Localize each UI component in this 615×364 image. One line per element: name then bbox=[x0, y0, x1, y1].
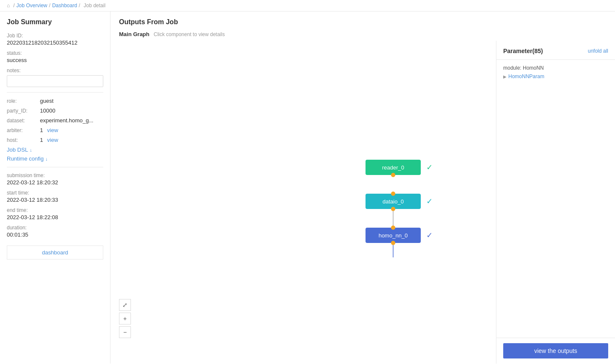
view-outputs-area: view the outputs bbox=[496, 338, 615, 364]
duration-value: 00:01:35 bbox=[7, 231, 103, 238]
submission-time-value: 2022-03-12 18:20:32 bbox=[7, 179, 103, 186]
param-header: Parameter(85) unfold all bbox=[496, 41, 615, 60]
download-icon-2: ↓ bbox=[45, 156, 48, 161]
homo-input-port bbox=[391, 226, 395, 230]
role-row: role: guest bbox=[7, 98, 103, 104]
arbiter-row: arbiter: 1 view bbox=[7, 127, 103, 133]
sidebar-title: Job Summary bbox=[7, 18, 103, 26]
graph-param-layout: reader_0 ✓ dataio_0 ✓ homo_nn_0 ✓ bbox=[111, 41, 615, 364]
role-value: guest bbox=[40, 98, 54, 104]
party-id-value: 10000 bbox=[40, 107, 55, 114]
breadcrumb: ⌂ / Job Overview / Dashboard / Job detai… bbox=[0, 0, 615, 11]
end-time-label: end time: bbox=[7, 207, 103, 213]
end-time-row: end time: 2022-03-12 18:22:08 bbox=[7, 207, 103, 220]
status-label: status: bbox=[7, 50, 103, 56]
unfold-all-link[interactable]: unfold all bbox=[588, 48, 608, 54]
dataio-status-check: ✓ bbox=[426, 197, 433, 206]
content-area: Outputs From Job Main Graph Click compon… bbox=[111, 11, 615, 364]
breadcrumb-separator: / bbox=[79, 3, 80, 8]
content-title: Outputs From Job bbox=[119, 18, 606, 26]
zoom-out-button[interactable]: − bbox=[119, 326, 131, 338]
job-summary-sidebar: Job Summary Job ID: 20220312182032150355… bbox=[0, 11, 111, 364]
reader-status-check: ✓ bbox=[426, 163, 433, 172]
notes-label: notes: bbox=[7, 68, 103, 73]
notes-input[interactable] bbox=[7, 75, 103, 87]
node-homo-nn-0[interactable]: homo_nn_0 ✓ bbox=[366, 228, 421, 243]
home-icon: ⌂ bbox=[7, 3, 10, 8]
content-header: Outputs From Job Main Graph Click compon… bbox=[111, 11, 615, 41]
submission-time-row: submission time: 2022-03-12 18:20:32 bbox=[7, 172, 103, 186]
arbiter-count: 1 bbox=[40, 127, 43, 133]
view-outputs-button[interactable]: view the outputs bbox=[503, 343, 608, 358]
host-row: host: 1 view bbox=[7, 137, 103, 143]
end-time-value: 2022-03-12 18:22:08 bbox=[7, 214, 103, 220]
job-id-row: Job ID: 20220312182032150355412 bbox=[7, 33, 103, 46]
reader-output-port bbox=[391, 173, 395, 177]
param-arrow-icon: ▶ bbox=[503, 74, 507, 79]
status-row: status: success bbox=[7, 50, 103, 63]
start-time-label: start time: bbox=[7, 190, 103, 196]
job-dsl-link[interactable]: Job DSL ↓ bbox=[7, 147, 103, 153]
dataset-value: experiment.homo_g... bbox=[40, 117, 94, 124]
dataset-label: dataset: bbox=[7, 118, 37, 124]
graph-canvas[interactable]: reader_0 ✓ dataio_0 ✓ homo_nn_0 ✓ bbox=[111, 41, 496, 364]
breadcrumb-separator: / bbox=[13, 3, 14, 8]
param-item-label: HomoNNParam bbox=[508, 73, 544, 79]
host-view-link[interactable]: view bbox=[47, 137, 58, 143]
dataio-input-port bbox=[391, 192, 395, 196]
minus-icon: − bbox=[123, 329, 127, 336]
graph-connections bbox=[111, 41, 496, 364]
divider-1 bbox=[7, 92, 103, 93]
start-time-row: start time: 2022-03-12 18:20:33 bbox=[7, 190, 103, 203]
node-reader-0[interactable]: reader_0 ✓ bbox=[366, 160, 421, 175]
party-id-label: party_ID: bbox=[7, 108, 37, 114]
divider-2 bbox=[7, 167, 103, 167]
submission-time-label: submission time: bbox=[7, 172, 103, 178]
dataio-output-port bbox=[391, 207, 395, 211]
graph-hint: Click component to view details bbox=[154, 31, 225, 37]
param-item-homo[interactable]: ▶ HomoNNParam bbox=[503, 73, 608, 79]
breadcrumb-job-overview[interactable]: Job Overview bbox=[17, 3, 48, 8]
node-reader-label: reader_0 bbox=[382, 164, 404, 171]
homo-output-port bbox=[391, 241, 395, 245]
zoom-controls: ⤢ + − bbox=[119, 299, 131, 338]
dashboard-button[interactable]: dashboard bbox=[7, 245, 103, 260]
node-dataio-label: dataio_0 bbox=[383, 198, 404, 205]
download-icon: ↓ bbox=[30, 147, 32, 152]
job-id-value: 20220312182032150355412 bbox=[7, 40, 103, 46]
party-id-row: party_ID: 10000 bbox=[7, 107, 103, 114]
breadcrumb-separator: / bbox=[49, 3, 50, 8]
node-homo-label: homo_nn_0 bbox=[379, 232, 408, 239]
param-body: module: HomoNN ▶ HomoNNParam bbox=[496, 60, 615, 338]
node-dataio-0[interactable]: dataio_0 ✓ bbox=[366, 194, 421, 209]
job-id-label: Job ID: bbox=[7, 33, 103, 39]
host-count: 1 bbox=[40, 137, 43, 143]
notes-row: notes: bbox=[7, 68, 103, 87]
host-label: host: bbox=[7, 137, 37, 143]
duration-label: duration: bbox=[7, 225, 103, 231]
param-module: module: HomoNN bbox=[503, 65, 608, 71]
graph-label: Main Graph bbox=[119, 31, 150, 37]
status-value: success bbox=[7, 57, 103, 63]
breadcrumb-dashboard[interactable]: Dashboard bbox=[52, 3, 77, 8]
duration-row: duration: 00:01:35 bbox=[7, 225, 103, 238]
param-panel: Parameter(85) unfold all module: HomoNN … bbox=[496, 41, 615, 364]
plus-icon: + bbox=[123, 315, 127, 322]
zoom-in-button[interactable]: + bbox=[119, 313, 131, 324]
dataset-row: dataset: experiment.homo_g... bbox=[7, 117, 103, 124]
param-title: Parameter(85) bbox=[503, 48, 543, 54]
expand-icon: ⤢ bbox=[122, 302, 128, 308]
breadcrumb-current: Job detail bbox=[84, 3, 105, 8]
arbiter-view-link[interactable]: view bbox=[47, 127, 58, 133]
graph-header: Main Graph Click component to view detai… bbox=[119, 31, 606, 37]
start-time-value: 2022-03-12 18:20:33 bbox=[7, 197, 103, 203]
runtime-config-link[interactable]: Runtime config ↓ bbox=[7, 155, 103, 162]
expand-button[interactable]: ⤢ bbox=[119, 299, 131, 311]
arbiter-label: arbiter: bbox=[7, 127, 37, 133]
homo-status-check: ✓ bbox=[426, 231, 433, 240]
role-label: role: bbox=[7, 98, 37, 104]
